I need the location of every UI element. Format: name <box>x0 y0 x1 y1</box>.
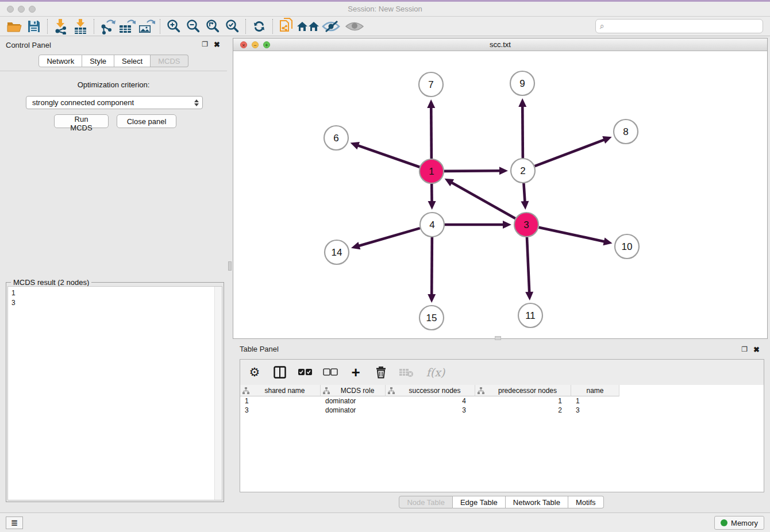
titlebar[interactable]: Session: New Session <box>0 2 770 17</box>
network-file-icon[interactable] <box>276 18 296 35</box>
cell-shared_name[interactable]: 1 <box>240 396 321 406</box>
graph-edge-1-7[interactable] <box>427 99 435 159</box>
list-view-button[interactable]: ≣ <box>6 516 23 529</box>
network-minimize-button[interactable]: − <box>252 41 259 48</box>
cell-mcds_role[interactable]: dominator <box>321 396 386 406</box>
vertical-splitter-handle[interactable] <box>228 261 232 271</box>
delete-table-icon[interactable] <box>398 364 415 381</box>
zoom-fit-icon[interactable] <box>203 18 222 35</box>
graph-node-3[interactable]: 3 <box>514 213 538 237</box>
column-header-predecessor_nodes[interactable]: predecessor nodes <box>475 385 571 396</box>
cell-successor_nodes[interactable]: 3 <box>386 406 475 415</box>
select-all-icon[interactable] <box>297 364 314 381</box>
save-icon[interactable] <box>24 18 44 35</box>
close-window-button[interactable] <box>7 6 14 13</box>
graph-edge-2-8[interactable] <box>535 136 612 166</box>
tab-style[interactable]: Style <box>82 55 114 67</box>
network-canvas[interactable]: 7968124314101511 <box>233 51 767 338</box>
function-builder-icon[interactable]: f(x) <box>423 364 448 381</box>
search-input-wrapper[interactable]: ⌕ <box>595 19 763 33</box>
node-table[interactable]: shared nameMCDS rolesuccessor nodesprede… <box>240 385 764 478</box>
graph-edge-3-1[interactable] <box>445 179 515 218</box>
home-icon[interactable] <box>296 18 320 35</box>
export-table-icon[interactable] <box>117 18 137 35</box>
tab-edge-table[interactable]: Edge Table <box>453 496 506 508</box>
float-panel-icon[interactable]: ❐ <box>202 40 208 49</box>
graph-node-9[interactable]: 9 <box>510 71 534 95</box>
export-image-icon[interactable] <box>137 18 156 35</box>
column-header-shared_name[interactable]: shared name <box>240 385 321 396</box>
graph-node-10[interactable]: 10 <box>615 234 639 259</box>
horizontal-splitter-handle[interactable] <box>495 336 501 340</box>
import-table-icon[interactable] <box>71 18 90 35</box>
tab-mcds[interactable]: MCDS <box>151 55 188 67</box>
tab-select[interactable]: Select <box>114 55 151 67</box>
graph-edge-4-3[interactable] <box>445 221 511 229</box>
float-table-panel-icon[interactable]: ❐ <box>741 345 748 354</box>
graph-node-6[interactable]: 6 <box>324 126 348 150</box>
network-window-titlebar[interactable]: × − + scc.txt <box>233 38 767 51</box>
graph-node-4[interactable]: 4 <box>420 213 444 237</box>
cell-predecessor_nodes[interactable]: 2 <box>475 406 571 415</box>
run-mcds-button[interactable]: Run MCDS <box>54 114 109 128</box>
cell-mcds_role[interactable]: dominator <box>321 406 386 415</box>
search-input[interactable] <box>607 22 763 30</box>
close-panel-icon[interactable]: ✖ <box>214 40 220 49</box>
cell-name[interactable]: 1 <box>571 396 619 406</box>
open-folder-icon[interactable] <box>5 18 24 35</box>
zoom-in-icon[interactable] <box>164 18 183 35</box>
memory-button[interactable]: Memory <box>714 516 764 530</box>
cell-name[interactable]: 3 <box>571 406 619 415</box>
vertical-splitter[interactable] <box>227 36 233 512</box>
table-row[interactable]: 3dominator323 <box>240 406 764 415</box>
graph-edge-3-10[interactable] <box>538 228 612 245</box>
graph-edge-4-14[interactable] <box>351 228 420 249</box>
column-header-name[interactable]: name <box>571 385 619 396</box>
network-close-button[interactable]: × <box>240 41 247 48</box>
tab-network[interactable]: Network <box>38 55 82 67</box>
zoom-out-icon[interactable] <box>183 18 203 35</box>
show-eye-icon[interactable] <box>343 18 366 35</box>
graph-node-1[interactable]: 1 <box>419 159 444 183</box>
table-row[interactable]: 1dominator411 <box>240 396 764 406</box>
hide-eye-icon[interactable] <box>320 18 343 35</box>
gear-icon[interactable]: ⚙ <box>246 364 263 381</box>
zoom-selected-icon[interactable] <box>222 18 242 35</box>
import-network-icon[interactable] <box>51 18 71 35</box>
graph-edge-1-6[interactable] <box>351 142 420 167</box>
close-panel-button[interactable]: Close panel <box>117 114 176 128</box>
close-table-panel-icon[interactable]: ✖ <box>753 345 760 354</box>
cell-predecessor_nodes[interactable]: 1 <box>475 396 571 406</box>
minimize-window-button[interactable] <box>18 6 25 13</box>
graph-edge-1-2[interactable] <box>444 167 508 175</box>
tab-node-table[interactable]: Node Table <box>399 496 453 508</box>
graph-edge-2-9[interactable] <box>518 98 526 158</box>
tab-motifs[interactable]: Motifs <box>568 496 604 508</box>
network-zoom-button[interactable]: + <box>263 41 270 48</box>
mcds-result-box[interactable]: 1 3 <box>7 286 222 500</box>
zoom-window-button[interactable] <box>29 6 36 13</box>
unselect-all-icon[interactable] <box>322 364 339 381</box>
graph-edge-4-15[interactable] <box>428 237 436 303</box>
graph-node-14[interactable]: 14 <box>325 240 349 264</box>
network-window[interactable]: × − + scc.txt 7968124314101511 <box>233 38 768 339</box>
criterion-select[interactable]: strongly connected component <box>26 96 203 109</box>
graph-node-2[interactable]: 2 <box>511 159 535 183</box>
graph-node-7[interactable]: 7 <box>419 72 443 97</box>
cell-successor_nodes[interactable]: 4 <box>386 396 475 406</box>
refresh-icon[interactable] <box>249 18 269 35</box>
cell-shared_name[interactable]: 3 <box>240 406 321 415</box>
column-header-successor_nodes[interactable]: successor nodes <box>386 385 475 396</box>
add-column-icon[interactable]: + <box>347 364 364 381</box>
graph-node-8[interactable]: 8 <box>614 119 638 144</box>
export-network-icon[interactable] <box>98 18 117 35</box>
tab-network-table[interactable]: Network Table <box>506 496 568 508</box>
graph-node-11[interactable]: 11 <box>518 303 542 327</box>
graph-edge-2-3[interactable] <box>521 183 529 210</box>
result-scrollbar[interactable] <box>214 287 222 500</box>
graph-edge-1-4[interactable] <box>428 184 436 210</box>
delete-column-icon[interactable] <box>372 364 390 381</box>
graph-node-15[interactable]: 15 <box>419 306 444 330</box>
split-columns-icon[interactable] <box>271 364 288 381</box>
column-header-mcds_role[interactable]: MCDS role <box>321 385 386 396</box>
